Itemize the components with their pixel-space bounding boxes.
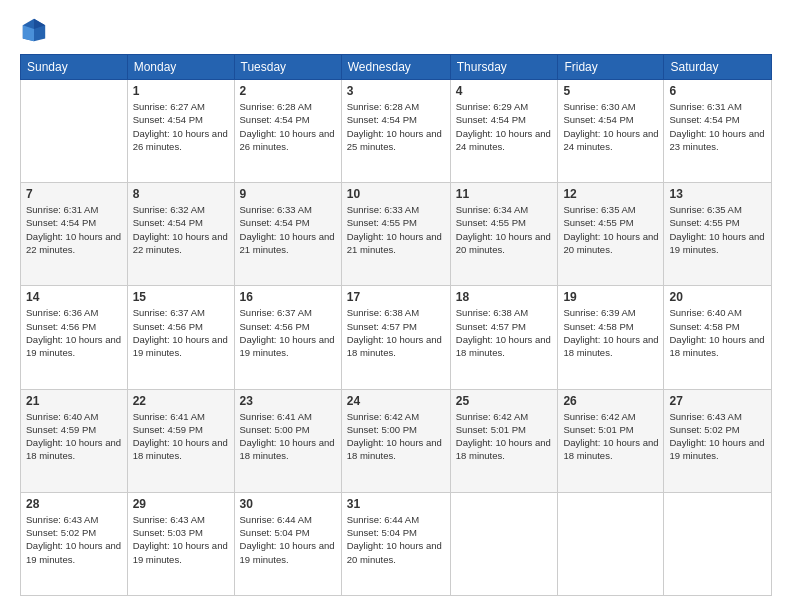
- weekday-monday: Monday: [127, 55, 234, 80]
- day-cell: 6Sunrise: 6:31 AMSunset: 4:54 PMDaylight…: [664, 80, 772, 183]
- day-info: Sunrise: 6:44 AMSunset: 5:04 PMDaylight:…: [347, 513, 445, 566]
- day-number: 3: [347, 84, 445, 98]
- day-cell: 22Sunrise: 6:41 AMSunset: 4:59 PMDayligh…: [127, 389, 234, 492]
- header: [20, 16, 772, 44]
- week-row-4: 21Sunrise: 6:40 AMSunset: 4:59 PMDayligh…: [21, 389, 772, 492]
- day-number: 14: [26, 290, 122, 304]
- day-number: 26: [563, 394, 658, 408]
- day-cell: [21, 80, 128, 183]
- day-number: 8: [133, 187, 229, 201]
- day-info: Sunrise: 6:40 AMSunset: 4:59 PMDaylight:…: [26, 410, 122, 463]
- day-info: Sunrise: 6:39 AMSunset: 4:58 PMDaylight:…: [563, 306, 658, 359]
- week-row-2: 7Sunrise: 6:31 AMSunset: 4:54 PMDaylight…: [21, 183, 772, 286]
- day-info: Sunrise: 6:43 AMSunset: 5:02 PMDaylight:…: [26, 513, 122, 566]
- day-info: Sunrise: 6:41 AMSunset: 4:59 PMDaylight:…: [133, 410, 229, 463]
- day-cell: 7Sunrise: 6:31 AMSunset: 4:54 PMDaylight…: [21, 183, 128, 286]
- week-row-3: 14Sunrise: 6:36 AMSunset: 4:56 PMDayligh…: [21, 286, 772, 389]
- week-row-1: 1Sunrise: 6:27 AMSunset: 4:54 PMDaylight…: [21, 80, 772, 183]
- day-number: 1: [133, 84, 229, 98]
- week-row-5: 28Sunrise: 6:43 AMSunset: 5:02 PMDayligh…: [21, 492, 772, 595]
- day-number: 4: [456, 84, 553, 98]
- day-number: 20: [669, 290, 766, 304]
- day-cell: 31Sunrise: 6:44 AMSunset: 5:04 PMDayligh…: [341, 492, 450, 595]
- day-cell: 25Sunrise: 6:42 AMSunset: 5:01 PMDayligh…: [450, 389, 558, 492]
- day-cell: 26Sunrise: 6:42 AMSunset: 5:01 PMDayligh…: [558, 389, 664, 492]
- calendar-table: SundayMondayTuesdayWednesdayThursdayFrid…: [20, 54, 772, 596]
- day-cell: 11Sunrise: 6:34 AMSunset: 4:55 PMDayligh…: [450, 183, 558, 286]
- day-number: 23: [240, 394, 336, 408]
- day-info: Sunrise: 6:42 AMSunset: 5:01 PMDaylight:…: [456, 410, 553, 463]
- day-info: Sunrise: 6:29 AMSunset: 4:54 PMDaylight:…: [456, 100, 553, 153]
- day-cell: 1Sunrise: 6:27 AMSunset: 4:54 PMDaylight…: [127, 80, 234, 183]
- day-number: 6: [669, 84, 766, 98]
- day-info: Sunrise: 6:28 AMSunset: 4:54 PMDaylight:…: [347, 100, 445, 153]
- day-number: 21: [26, 394, 122, 408]
- day-cell: 14Sunrise: 6:36 AMSunset: 4:56 PMDayligh…: [21, 286, 128, 389]
- day-number: 15: [133, 290, 229, 304]
- day-number: 5: [563, 84, 658, 98]
- day-number: 16: [240, 290, 336, 304]
- day-cell: 2Sunrise: 6:28 AMSunset: 4:54 PMDaylight…: [234, 80, 341, 183]
- day-cell: 10Sunrise: 6:33 AMSunset: 4:55 PMDayligh…: [341, 183, 450, 286]
- day-info: Sunrise: 6:31 AMSunset: 4:54 PMDaylight:…: [26, 203, 122, 256]
- day-number: 11: [456, 187, 553, 201]
- day-cell: 24Sunrise: 6:42 AMSunset: 5:00 PMDayligh…: [341, 389, 450, 492]
- day-number: 22: [133, 394, 229, 408]
- day-info: Sunrise: 6:35 AMSunset: 4:55 PMDaylight:…: [669, 203, 766, 256]
- day-number: 7: [26, 187, 122, 201]
- day-info: Sunrise: 6:42 AMSunset: 5:00 PMDaylight:…: [347, 410, 445, 463]
- day-info: Sunrise: 6:35 AMSunset: 4:55 PMDaylight:…: [563, 203, 658, 256]
- day-cell: 13Sunrise: 6:35 AMSunset: 4:55 PMDayligh…: [664, 183, 772, 286]
- day-info: Sunrise: 6:32 AMSunset: 4:54 PMDaylight:…: [133, 203, 229, 256]
- logo: [20, 16, 52, 44]
- page: SundayMondayTuesdayWednesdayThursdayFrid…: [0, 0, 792, 612]
- weekday-sunday: Sunday: [21, 55, 128, 80]
- day-info: Sunrise: 6:41 AMSunset: 5:00 PMDaylight:…: [240, 410, 336, 463]
- day-info: Sunrise: 6:43 AMSunset: 5:03 PMDaylight:…: [133, 513, 229, 566]
- day-cell: 9Sunrise: 6:33 AMSunset: 4:54 PMDaylight…: [234, 183, 341, 286]
- day-info: Sunrise: 6:42 AMSunset: 5:01 PMDaylight:…: [563, 410, 658, 463]
- day-cell: [664, 492, 772, 595]
- weekday-wednesday: Wednesday: [341, 55, 450, 80]
- day-info: Sunrise: 6:28 AMSunset: 4:54 PMDaylight:…: [240, 100, 336, 153]
- day-cell: 30Sunrise: 6:44 AMSunset: 5:04 PMDayligh…: [234, 492, 341, 595]
- day-number: 24: [347, 394, 445, 408]
- day-info: Sunrise: 6:34 AMSunset: 4:55 PMDaylight:…: [456, 203, 553, 256]
- day-cell: 18Sunrise: 6:38 AMSunset: 4:57 PMDayligh…: [450, 286, 558, 389]
- day-cell: 8Sunrise: 6:32 AMSunset: 4:54 PMDaylight…: [127, 183, 234, 286]
- day-info: Sunrise: 6:27 AMSunset: 4:54 PMDaylight:…: [133, 100, 229, 153]
- weekday-tuesday: Tuesday: [234, 55, 341, 80]
- day-info: Sunrise: 6:40 AMSunset: 4:58 PMDaylight:…: [669, 306, 766, 359]
- day-number: 31: [347, 497, 445, 511]
- day-info: Sunrise: 6:33 AMSunset: 4:54 PMDaylight:…: [240, 203, 336, 256]
- day-info: Sunrise: 6:37 AMSunset: 4:56 PMDaylight:…: [133, 306, 229, 359]
- day-cell: 20Sunrise: 6:40 AMSunset: 4:58 PMDayligh…: [664, 286, 772, 389]
- day-number: 9: [240, 187, 336, 201]
- day-cell: 23Sunrise: 6:41 AMSunset: 5:00 PMDayligh…: [234, 389, 341, 492]
- day-number: 19: [563, 290, 658, 304]
- day-info: Sunrise: 6:38 AMSunset: 4:57 PMDaylight:…: [456, 306, 553, 359]
- day-info: Sunrise: 6:36 AMSunset: 4:56 PMDaylight:…: [26, 306, 122, 359]
- day-number: 18: [456, 290, 553, 304]
- weekday-header-row: SundayMondayTuesdayWednesdayThursdayFrid…: [21, 55, 772, 80]
- day-cell: 15Sunrise: 6:37 AMSunset: 4:56 PMDayligh…: [127, 286, 234, 389]
- weekday-thursday: Thursday: [450, 55, 558, 80]
- weekday-saturday: Saturday: [664, 55, 772, 80]
- day-number: 13: [669, 187, 766, 201]
- day-info: Sunrise: 6:31 AMSunset: 4:54 PMDaylight:…: [669, 100, 766, 153]
- day-cell: 16Sunrise: 6:37 AMSunset: 4:56 PMDayligh…: [234, 286, 341, 389]
- day-cell: [558, 492, 664, 595]
- day-number: 10: [347, 187, 445, 201]
- day-info: Sunrise: 6:33 AMSunset: 4:55 PMDaylight:…: [347, 203, 445, 256]
- day-info: Sunrise: 6:43 AMSunset: 5:02 PMDaylight:…: [669, 410, 766, 463]
- day-info: Sunrise: 6:44 AMSunset: 5:04 PMDaylight:…: [240, 513, 336, 566]
- logo-icon: [20, 16, 48, 44]
- day-info: Sunrise: 6:37 AMSunset: 4:56 PMDaylight:…: [240, 306, 336, 359]
- day-number: 17: [347, 290, 445, 304]
- day-number: 25: [456, 394, 553, 408]
- weekday-friday: Friday: [558, 55, 664, 80]
- day-cell: 5Sunrise: 6:30 AMSunset: 4:54 PMDaylight…: [558, 80, 664, 183]
- day-cell: 3Sunrise: 6:28 AMSunset: 4:54 PMDaylight…: [341, 80, 450, 183]
- day-cell: 17Sunrise: 6:38 AMSunset: 4:57 PMDayligh…: [341, 286, 450, 389]
- day-number: 30: [240, 497, 336, 511]
